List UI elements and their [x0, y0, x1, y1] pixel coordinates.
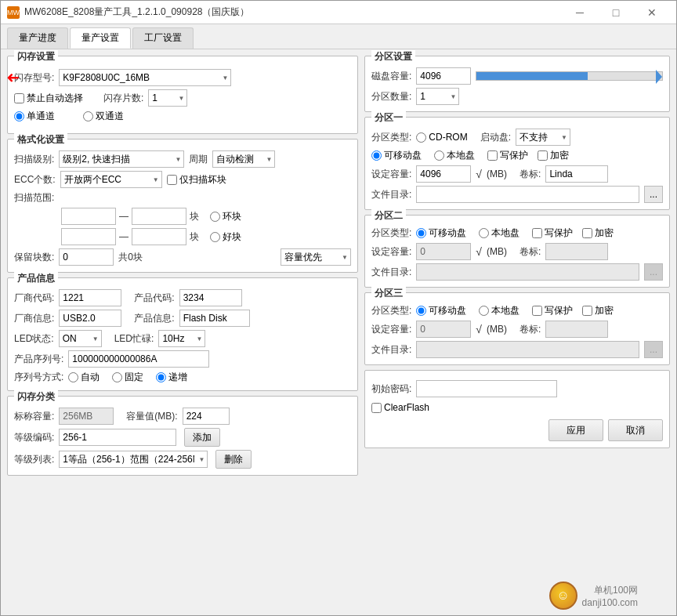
p3-encrypt-label[interactable]: 加密 — [582, 304, 614, 317]
p2-removable-radio[interactable] — [416, 228, 426, 238]
led-busy-select[interactable]: 10Hz — [158, 330, 205, 347]
scan-range-start1[interactable] — [61, 208, 116, 225]
p3-writeprotect-checkbox[interactable] — [532, 306, 542, 316]
p2-local-radio[interactable] — [479, 228, 489, 238]
flash-model-select[interactable]: K9F2808U0C_16MB — [59, 69, 231, 86]
serial-increment-label[interactable]: 递增 — [156, 371, 187, 384]
p3-writeprotect-label[interactable]: 写保护 — [532, 304, 573, 317]
p2-encrypt-label[interactable]: 加密 — [582, 226, 614, 240]
capacity-priority-select[interactable]: 容量优先 — [281, 248, 351, 266]
ring-block-label[interactable]: 环块 — [210, 210, 241, 223]
serial-fixed-label[interactable]: 固定 — [112, 371, 143, 384]
disk-capacity-row: 磁盘容量: — [371, 67, 663, 85]
p2-volume-label: 卷标: — [520, 245, 541, 259]
minimize-button[interactable]: ─ — [562, 1, 598, 24]
close-button[interactable]: ✕ — [634, 1, 670, 24]
only-scan-bad-label[interactable]: 仅扫描坏块 — [167, 173, 226, 187]
p3-filedir-input[interactable] — [416, 341, 639, 358]
clearflash-checkbox[interactable] — [371, 403, 382, 413]
disable-auto-select-checkbox[interactable] — [14, 93, 24, 103]
capacity-value-input[interactable] — [183, 408, 230, 425]
dual-channel-label[interactable]: 双通道 — [83, 110, 124, 123]
serial-increment-radio[interactable] — [156, 372, 166, 382]
serial-auto-radio[interactable] — [68, 372, 78, 382]
p1-writeprotect-label[interactable]: 写保护 — [487, 149, 528, 162]
p2-removable-label[interactable]: 可移动盘 — [416, 226, 466, 240]
p3-removable-radio[interactable] — [416, 306, 426, 316]
p1-filedir-browse-button[interactable]: ... — [644, 186, 663, 203]
p1-encrypt-checkbox[interactable] — [538, 150, 548, 161]
p3-capacity-input[interactable] — [416, 321, 471, 338]
p2-writeprotect-checkbox[interactable] — [532, 228, 542, 238]
apply-button[interactable]: 应用 — [548, 419, 603, 441]
p2-filedir-input[interactable] — [416, 263, 639, 281]
p3-volume-label: 卷标: — [520, 323, 541, 336]
p1-volume-input[interactable] — [545, 165, 608, 183]
p2-writeprotect-label[interactable]: 写保护 — [532, 226, 573, 240]
vendor-code-input[interactable] — [59, 289, 121, 306]
p1-encrypt-label[interactable]: 加密 — [538, 149, 569, 162]
scan-range-start2[interactable] — [61, 228, 116, 245]
grade-code-input[interactable] — [59, 429, 176, 446]
product-info-input[interactable] — [179, 310, 250, 327]
reserve-input[interactable] — [59, 248, 114, 266]
p2-encrypt-checkbox[interactable] — [582, 228, 592, 238]
period-select[interactable]: 自动检测 — [212, 150, 275, 168]
only-scan-bad-checkbox[interactable] — [167, 175, 177, 185]
disk-capacity-input[interactable] — [416, 67, 471, 85]
grade-list-select[interactable]: 1等品（256-1）范围（224-256MB） — [59, 451, 208, 468]
p3-encrypt-checkbox[interactable] — [582, 306, 592, 316]
tab-factory-settings[interactable]: 工厂设置 — [132, 27, 194, 49]
p3-removable-label[interactable]: 可移动盘 — [416, 304, 466, 317]
p3-local-radio[interactable] — [479, 306, 489, 316]
single-channel-label[interactable]: 单通道 — [14, 110, 55, 123]
p1-writeprotect-checkbox[interactable] — [487, 150, 498, 161]
chip-count-select[interactable]: 1 — [148, 89, 187, 107]
tab-production-progress[interactable]: 量产进度 — [7, 27, 68, 49]
channel-row: 单通道 双通道 — [14, 110, 351, 123]
p2-local-label[interactable]: 本地盘 — [479, 226, 520, 240]
cancel-button[interactable]: 取消 — [608, 419, 663, 441]
clearflash-label[interactable]: ClearFlash — [371, 402, 429, 413]
scan-level-select[interactable]: 级别2, 快速扫描 — [59, 150, 184, 168]
scan-range-end2[interactable] — [132, 228, 186, 245]
disable-auto-select-label[interactable]: 禁止自动选择 — [14, 92, 83, 105]
good-block-label[interactable]: 好块 — [210, 230, 241, 244]
serial-fixed-radio[interactable] — [112, 372, 122, 382]
p1-cdrom-radio[interactable] — [416, 132, 426, 143]
vendor-info-input[interactable] — [59, 310, 121, 327]
serial-auto-label[interactable]: 自动 — [68, 371, 100, 384]
p1-local-radio[interactable] — [434, 150, 444, 161]
serial-input[interactable] — [68, 350, 209, 368]
p1-removable-label[interactable]: 可移动盘 — [371, 149, 422, 162]
serial-mode-row: 序列号方式: 自动 固定 递增 — [14, 371, 351, 384]
nominal-capacity-input[interactable] — [59, 408, 114, 425]
good-block-radio[interactable] — [210, 232, 220, 242]
p1-filedir-input[interactable] — [416, 186, 639, 203]
partition-count-select[interactable]: 1 — [416, 88, 459, 105]
password-input[interactable] — [416, 380, 557, 397]
p3-volume-input[interactable] — [545, 321, 608, 338]
p1-cdrom-label[interactable]: CD-ROM — [416, 132, 467, 143]
p2-capacity-input[interactable] — [416, 243, 471, 260]
p3-local-label[interactable]: 本地盘 — [479, 304, 520, 317]
p1-local-label[interactable]: 本地盘 — [434, 149, 475, 162]
single-channel-radio[interactable] — [14, 111, 24, 121]
p1-removable-radio[interactable] — [371, 150, 382, 161]
led-select[interactable]: ON — [59, 330, 102, 347]
dual-channel-radio[interactable] — [83, 111, 93, 121]
p1-capacity-input[interactable] — [416, 165, 471, 183]
ring-block-radio[interactable] — [210, 212, 220, 222]
add-button[interactable]: 添加 — [184, 428, 220, 447]
tab-production-settings[interactable]: 量产设置 — [70, 27, 131, 49]
delete-button[interactable]: 删除 — [215, 450, 252, 469]
product-code-input[interactable] — [179, 289, 242, 306]
ecc-select[interactable]: 开放两个ECC — [60, 171, 162, 188]
p1-bootdisk-select[interactable]: 不支持 — [516, 129, 570, 146]
p2-filedir-browse-button[interactable]: ... — [644, 263, 663, 281]
scan-range-end1[interactable] — [132, 208, 186, 225]
titlebar: MW MW6208E_8208量产工具_1.2.1.0_090928（国庆版） … — [1, 1, 676, 24]
p2-volume-input[interactable] — [545, 243, 608, 260]
maximize-button[interactable]: □ — [598, 1, 634, 24]
p3-filedir-browse-button[interactable]: ... — [644, 341, 663, 358]
